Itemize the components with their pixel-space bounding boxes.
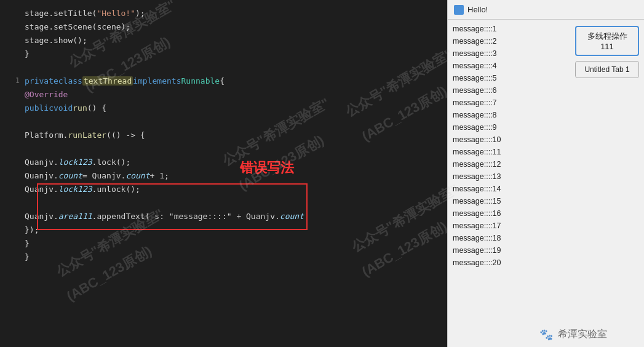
message-item: message::::12: [453, 159, 565, 170]
error-box: [37, 183, 308, 230]
code-line: @Override: [0, 87, 449, 101]
message-item: message::::5: [453, 73, 565, 84]
message-item: message::::11: [453, 146, 565, 158]
code-line: }: [0, 47, 449, 60]
code-line: }: [0, 236, 449, 250]
code-line: Quanjv.lock123.lock();: [0, 155, 449, 169]
message-item: message::::7: [453, 97, 565, 109]
message-item: message::::10: [453, 134, 565, 146]
message-item: message::::15: [453, 196, 565, 207]
window-body: message::::1message::::2message::::3mess…: [448, 20, 644, 347]
message-item: message::::3: [453, 48, 565, 60]
code-editor: stage.setTitle("Hello!"); stage.setScene…: [0, 0, 449, 347]
code-line: [0, 60, 449, 74]
window-sidebar: 多线程操作111 Untitled Tab 1: [570, 20, 644, 347]
message-item: message::::9: [453, 122, 565, 134]
message-item: message::::14: [453, 183, 565, 195]
message-item: message::::18: [453, 233, 565, 244]
code-line: stage.setScene(scene);: [0, 20, 449, 33]
window-icon: [454, 5, 464, 15]
code-line: public void run() {: [0, 101, 449, 114]
message-item: message::::8: [453, 110, 565, 121]
window-titlebar: Hello!: [448, 0, 644, 20]
code-line: [0, 114, 449, 128]
code-line: 1private class textThread implements Run…: [0, 74, 449, 87]
message-item: message::::13: [453, 171, 565, 183]
message-item: message::::19: [453, 245, 565, 257]
message-item: message::::20: [453, 257, 565, 269]
code-line: }: [0, 250, 449, 263]
untitled-tab-button[interactable]: Untitled Tab 1: [575, 61, 639, 78]
code-line: stage.show();: [0, 33, 449, 47]
javafx-window: Hello! message::::1message::::2message::…: [447, 0, 644, 347]
message-item: message::::16: [453, 208, 565, 220]
code-line: Platform.runLater(() -> {: [0, 128, 449, 142]
message-item: message::::17: [453, 220, 565, 232]
message-item: message::::2: [453, 36, 565, 47]
window-title: Hello!: [467, 5, 488, 14]
message-list: message::::1message::::2message::::3mess…: [448, 20, 570, 347]
code-line: Quanjv.count = Quanjv.count + 1;: [0, 169, 449, 182]
code-line: stage.setTitle("Hello!");: [0, 6, 449, 20]
message-item: message::::4: [453, 60, 565, 72]
message-item: message::::1: [453, 23, 565, 35]
error-label: 错误写法: [240, 159, 294, 177]
multithread-button[interactable]: 多线程操作111: [575, 26, 639, 56]
bottom-watermark-text: 希潭实验室: [558, 328, 607, 341]
code-line: [0, 142, 449, 155]
bottom-watermark: 🐾 希潭实验室: [539, 328, 607, 341]
message-item: message::::6: [453, 85, 565, 97]
